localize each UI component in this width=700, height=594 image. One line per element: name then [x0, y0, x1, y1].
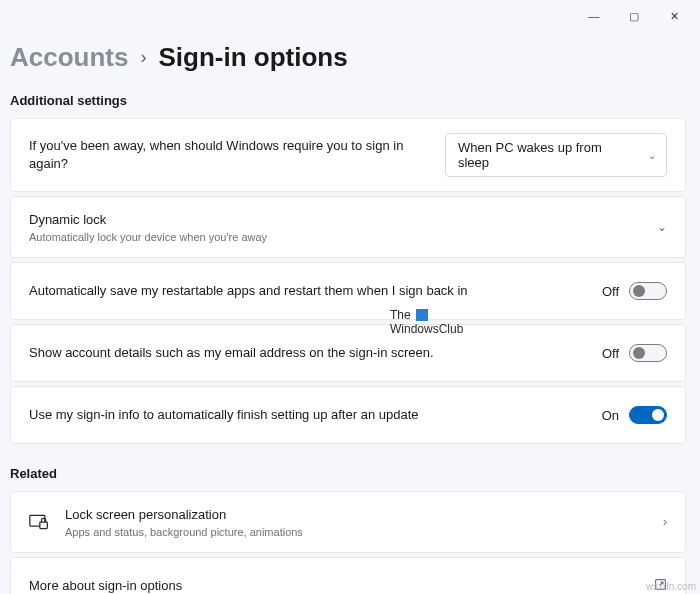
related-more-about[interactable]: More about sign-in options	[10, 557, 686, 594]
svg-rect-1	[40, 522, 48, 529]
setting-subtitle: Apps and status, background picture, ani…	[65, 526, 303, 538]
page-title: Sign-in options	[158, 42, 347, 73]
setting-title: Lock screen personalization	[65, 506, 303, 524]
setting-label: Show account details such as my email ad…	[29, 344, 434, 362]
setting-subtitle: Automatically lock your device when you'…	[29, 231, 267, 243]
dropdown-value: When PC wakes up from sleep	[458, 140, 602, 170]
setting-label: Automatically save my restartable apps a…	[29, 282, 468, 300]
setting-require-signin: If you've been away, when should Windows…	[10, 118, 686, 192]
chevron-down-icon: ⌄	[648, 150, 656, 161]
restart-apps-toggle[interactable]	[629, 282, 667, 300]
require-signin-dropdown[interactable]: When PC wakes up from sleep ⌄	[445, 133, 667, 177]
window-titlebar: — ▢ ✕	[0, 0, 700, 32]
related-lock-screen[interactable]: Lock screen personalization Apps and sta…	[10, 491, 686, 553]
lock-screen-icon	[29, 513, 49, 531]
maximize-button[interactable]: ▢	[614, 1, 654, 31]
section-heading-related: Related	[10, 466, 686, 481]
breadcrumb: Accounts › Sign-in options	[10, 42, 686, 73]
setting-restart-apps: Automatically save my restartable apps a…	[10, 262, 686, 320]
setting-title: Dynamic lock	[29, 211, 267, 229]
show-account-toggle[interactable]	[629, 344, 667, 362]
setting-show-account-details: Show account details such as my email ad…	[10, 324, 686, 382]
setting-auto-finish-setup: Use my sign-in info to automatically fin…	[10, 386, 686, 444]
chevron-right-icon: ›	[140, 47, 146, 68]
toggle-state-label: Off	[602, 284, 619, 299]
toggle-state-label: On	[602, 408, 619, 423]
setting-label: If you've been away, when should Windows…	[29, 137, 445, 173]
chevron-right-icon: ›	[663, 515, 667, 529]
section-heading-additional: Additional settings	[10, 93, 686, 108]
page-content: Accounts › Sign-in options Additional se…	[0, 32, 700, 594]
setting-label: Use my sign-in info to automatically fin…	[29, 406, 419, 424]
setting-label: More about sign-in options	[29, 577, 182, 594]
close-button[interactable]: ✕	[654, 1, 694, 31]
source-attribution: wsxdn.com	[646, 581, 696, 592]
setting-dynamic-lock[interactable]: Dynamic lock Automatically lock your dev…	[10, 196, 686, 258]
auto-finish-toggle[interactable]	[629, 406, 667, 424]
toggle-state-label: Off	[602, 346, 619, 361]
breadcrumb-parent[interactable]: Accounts	[10, 42, 128, 73]
chevron-down-icon: ⌄	[657, 220, 667, 234]
minimize-button[interactable]: —	[574, 1, 614, 31]
